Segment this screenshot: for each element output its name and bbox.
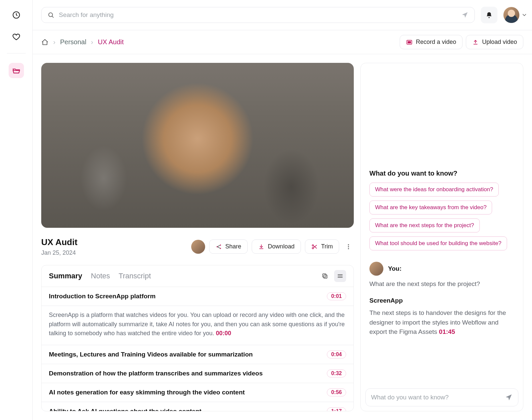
owner-avatar[interactable] xyxy=(191,240,205,254)
chat-user-message: What are the next steps for the project? xyxy=(369,280,514,288)
more-options-button[interactable] xyxy=(343,243,354,250)
summary-item-title: AI notes generation for easy skimming th… xyxy=(49,389,245,396)
breadcrumb-bar: › Personal › UX Audit Record a video Upl… xyxy=(33,30,532,54)
trim-button[interactable]: Trim xyxy=(305,239,339,254)
tab-notes[interactable]: Notes xyxy=(91,272,110,280)
nav-recent[interactable] xyxy=(9,7,24,23)
svg-point-1 xyxy=(49,13,53,17)
left-rail xyxy=(0,0,33,420)
copy-button[interactable] xyxy=(319,270,331,282)
video-title: UX Audit xyxy=(41,237,77,247)
notifications-button[interactable] xyxy=(481,7,497,23)
chat-prompt-title: What do you want to know? xyxy=(369,170,514,177)
nav-favorites[interactable] xyxy=(9,29,24,45)
chat-user-label: You: xyxy=(388,265,402,272)
chat-user-avatar xyxy=(369,262,383,276)
folder-open-icon xyxy=(12,66,21,75)
summary-item-title: Meetings, Lectures and Training Videos a… xyxy=(49,351,253,358)
scissors-icon xyxy=(311,243,318,250)
avatar xyxy=(503,7,519,23)
share-icon xyxy=(215,243,222,250)
summary-item[interactable]: Introduction to ScreenApp platform 0:01 xyxy=(42,287,353,306)
chevron-right-icon: › xyxy=(53,38,56,46)
video-player[interactable] xyxy=(41,63,354,228)
send-search-icon[interactable] xyxy=(461,11,468,19)
chat-panel: What do you want to know? What were the … xyxy=(360,63,523,411)
bell-icon xyxy=(485,11,493,19)
summary-body-text: ScreenApp is a platform that watches vid… xyxy=(49,312,345,337)
summary-item[interactable]: AI notes generation for easy skimming th… xyxy=(42,383,353,402)
chat-assistant-message: The next steps is to handover the design… xyxy=(369,308,514,337)
share-button[interactable]: Share xyxy=(209,239,248,254)
chat-assistant-text: The next steps is to handover the design… xyxy=(369,309,506,335)
clock-icon xyxy=(12,11,21,19)
list-icon xyxy=(337,273,343,279)
summary-item[interactable]: Demonstration of how the platform transc… xyxy=(42,364,353,383)
breadcrumb-current: UX Audit xyxy=(98,38,124,46)
search-input[interactable] xyxy=(59,11,457,19)
chat-suggestion[interactable]: What tool should be used for building th… xyxy=(369,236,507,250)
svg-point-10 xyxy=(348,246,349,247)
search-icon xyxy=(48,12,54,18)
chat-input-field[interactable] xyxy=(371,394,501,401)
summary-timestamp[interactable]: 0:56 xyxy=(327,388,346,396)
chat-input[interactable] xyxy=(365,388,518,406)
home-icon[interactable] xyxy=(41,39,49,46)
tab-summary[interactable]: Summary xyxy=(49,272,82,280)
send-icon[interactable] xyxy=(505,393,513,401)
svg-point-9 xyxy=(348,244,349,245)
copy-icon xyxy=(322,273,328,279)
summary-timestamp[interactable]: 0:01 xyxy=(327,292,346,300)
upload-video-label: Upload video xyxy=(482,39,517,46)
upload-video-button[interactable]: Upload video xyxy=(466,35,523,49)
summary-timestamp[interactable]: 0:04 xyxy=(327,350,346,358)
upload-icon xyxy=(472,39,479,46)
view-toggle-button[interactable] xyxy=(334,270,346,282)
summary-timestamp[interactable]: 0:32 xyxy=(327,369,346,377)
heart-icon xyxy=(12,33,21,41)
summary-body-timestamp[interactable]: 00:00 xyxy=(216,330,231,337)
chevron-right-icon: › xyxy=(91,38,93,46)
user-menu[interactable] xyxy=(503,7,527,23)
rail-divider xyxy=(7,53,26,54)
download-icon xyxy=(258,243,265,250)
svg-point-11 xyxy=(348,248,349,249)
svg-rect-12 xyxy=(324,275,327,278)
topbar xyxy=(33,0,532,30)
video-date: Jan 25, 2024 xyxy=(41,249,77,256)
summary-item[interactable]: Meetings, Lectures and Training Videos a… xyxy=(42,345,353,364)
nav-library[interactable] xyxy=(9,63,24,78)
svg-rect-13 xyxy=(323,274,326,277)
share-label: Share xyxy=(225,243,241,250)
svg-point-8 xyxy=(312,247,314,249)
summary-item-title: Ability to Ask AI questions about the vi… xyxy=(49,408,201,411)
breadcrumb: › Personal › UX Audit xyxy=(41,38,124,46)
record-video-button[interactable]: Record a video xyxy=(400,35,463,49)
trim-label: Trim xyxy=(321,243,333,250)
chevron-down-icon xyxy=(521,12,527,18)
download-label: Download xyxy=(268,243,295,250)
download-button[interactable]: Download xyxy=(252,239,301,254)
breadcrumb-personal[interactable]: Personal xyxy=(60,38,86,46)
chat-assistant-timestamp[interactable]: 01:45 xyxy=(439,328,455,335)
chat-suggestion[interactable]: What are the next steps for the project? xyxy=(369,218,480,232)
record-video-label: Record a video xyxy=(416,39,456,46)
record-icon xyxy=(406,39,413,46)
tab-transcript[interactable]: Transcript xyxy=(119,272,151,280)
details-card: Summary Notes Transcript xyxy=(41,265,354,411)
summary-item-title: Demonstration of how the platform transc… xyxy=(49,370,263,377)
summary-item[interactable]: Ability to Ask AI questions about the vi… xyxy=(42,402,353,411)
chat-assistant-name: ScreenApp xyxy=(369,297,514,304)
svg-rect-3 xyxy=(408,41,411,43)
summary-timestamp[interactable]: 1:17 xyxy=(327,407,346,411)
chat-suggestion[interactable]: What were the ideas for onboarding activ… xyxy=(369,183,499,197)
search-field[interactable] xyxy=(41,7,475,23)
summary-item-title: Introduction to ScreenApp platform xyxy=(49,293,156,300)
summary-item-body: ScreenApp is a platform that watches vid… xyxy=(42,306,353,346)
svg-point-7 xyxy=(312,244,314,246)
more-vertical-icon xyxy=(345,243,352,250)
chat-suggestion[interactable]: What are the key takeaways from the vide… xyxy=(369,201,492,214)
